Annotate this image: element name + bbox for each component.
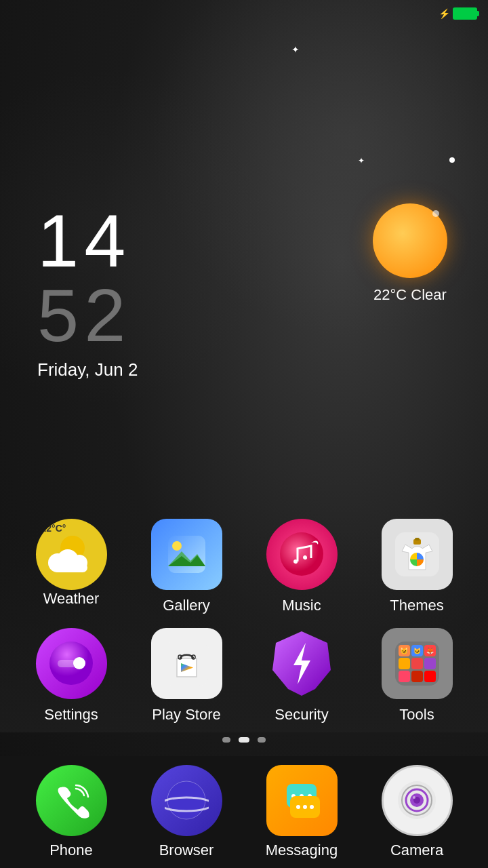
weather-sun-icon xyxy=(373,203,447,278)
svg-point-43 xyxy=(296,805,300,809)
camera-svg xyxy=(395,778,439,823)
svg-point-51 xyxy=(413,796,415,799)
app-weather[interactable]: 22°C° Weather xyxy=(24,519,119,614)
svg-rect-27 xyxy=(411,658,423,669)
svg-rect-29 xyxy=(399,671,410,682)
phone-app-icon xyxy=(36,765,107,836)
app-row-1: 22°C° Weather xyxy=(14,519,474,614)
phone-svg xyxy=(53,782,90,819)
app-grid: 22°C° Weather xyxy=(0,519,488,753)
clock-date: Friday, Jun 2 xyxy=(37,359,138,380)
camera-label: Camera xyxy=(390,842,443,859)
battery-indicator xyxy=(453,7,477,20)
svg-rect-4 xyxy=(54,563,87,572)
themes-label: Themes xyxy=(390,597,443,614)
settings-svg xyxy=(49,642,94,686)
music-label: Music xyxy=(282,597,321,614)
messaging-svg xyxy=(280,778,324,823)
camera-app-icon xyxy=(382,765,453,836)
settings-label: Settings xyxy=(44,706,98,724)
tools-app-icon: 😺 🐱 🦊 xyxy=(382,628,453,699)
security-svg xyxy=(266,628,338,699)
weather-label: Weather xyxy=(43,590,100,608)
dock-messaging[interactable]: Messaging xyxy=(254,765,349,859)
svg-rect-6 xyxy=(168,536,205,573)
app-music[interactable]: Music xyxy=(254,519,349,614)
svg-text:🦊: 🦊 xyxy=(426,647,434,655)
svg-point-7 xyxy=(172,541,182,551)
tools-label: Tools xyxy=(399,706,434,724)
tools-svg: 😺 🐱 🦊 xyxy=(395,642,439,686)
weather-temperature: 22°C Clear xyxy=(373,286,447,304)
app-playstore[interactable]: Play Store xyxy=(139,628,234,724)
star-2: ✦ xyxy=(358,156,365,165)
music-app-icon xyxy=(266,519,338,590)
battery-bolt-icon: ⚡ xyxy=(439,8,450,19)
status-bar: ⚡ xyxy=(0,0,488,27)
app-themes[interactable]: Themes xyxy=(369,519,464,614)
themes-svg xyxy=(395,532,439,576)
gallery-label: Gallery xyxy=(163,597,210,614)
app-security[interactable]: Security xyxy=(254,628,349,724)
svg-point-45 xyxy=(310,805,314,809)
page-dots xyxy=(14,737,474,743)
svg-rect-26 xyxy=(399,658,410,669)
playstore-label: Play Store xyxy=(152,706,221,724)
svg-rect-28 xyxy=(424,658,436,669)
phone-label: Phone xyxy=(49,842,93,859)
svg-text:🐱: 🐱 xyxy=(413,647,421,655)
app-gallery[interactable]: Gallery xyxy=(139,519,234,614)
svg-rect-31 xyxy=(424,671,436,682)
security-label: Security xyxy=(274,706,328,724)
weather-app-icon: 22°C° xyxy=(36,519,107,590)
settings-app-icon xyxy=(36,628,107,699)
gallery-app-icon xyxy=(151,519,222,590)
svg-rect-14 xyxy=(415,538,420,540)
weather-svg xyxy=(44,528,98,582)
messaging-label: Messaging xyxy=(266,842,338,859)
playstore-svg xyxy=(165,642,209,686)
browser-app-icon xyxy=(151,765,222,836)
app-row-2: Settings xyxy=(14,628,474,724)
battery-container: ⚡ xyxy=(439,7,477,20)
svg-point-44 xyxy=(303,805,307,809)
dock-browser[interactable]: Browser xyxy=(139,765,234,859)
page-dot-1[interactable] xyxy=(222,737,230,743)
svg-point-10 xyxy=(280,532,323,576)
star-1: ✦ xyxy=(291,44,300,55)
music-svg xyxy=(280,532,324,576)
page-dot-3[interactable] xyxy=(258,737,266,743)
clock-widget: 14 52 Friday, Jun 2 xyxy=(37,203,138,380)
svg-rect-30 xyxy=(411,671,423,682)
weather-widget: 22°C Clear xyxy=(373,203,447,304)
app-tools[interactable]: 😺 🐱 🦊 Tools xyxy=(369,628,464,724)
dock-phone[interactable]: Phone xyxy=(24,765,119,859)
dock-camera[interactable]: Camera xyxy=(369,765,464,859)
security-app-icon xyxy=(266,628,338,699)
star-3 xyxy=(449,157,455,163)
themes-app-icon xyxy=(382,519,453,590)
browser-svg xyxy=(165,778,209,823)
clock-hours: 14 xyxy=(37,203,138,278)
sun-highlight xyxy=(432,210,439,217)
browser-label: Browser xyxy=(159,842,214,859)
app-settings[interactable]: Settings xyxy=(24,628,119,724)
svg-text:😺: 😺 xyxy=(400,646,409,655)
dock: Phone Browser xyxy=(0,756,488,868)
messaging-app-icon xyxy=(266,765,338,836)
page-dot-2[interactable] xyxy=(239,737,249,743)
clock-minutes: 52 xyxy=(37,278,138,353)
svg-point-17 xyxy=(73,657,85,669)
playstore-app-icon xyxy=(151,628,222,699)
gallery-svg xyxy=(165,532,209,576)
